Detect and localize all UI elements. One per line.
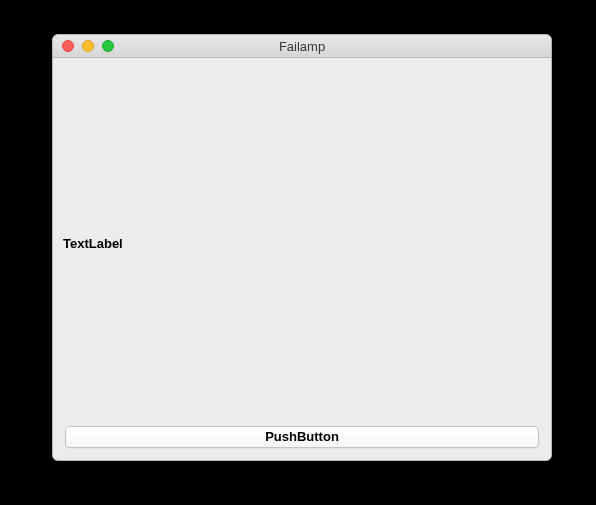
main-area: TextLabel (53, 58, 551, 418)
app-window: Failamp TextLabel PushButton (52, 34, 552, 461)
button-row: PushButton (53, 418, 551, 460)
text-label: TextLabel (63, 236, 123, 251)
push-button[interactable]: PushButton (65, 426, 539, 448)
zoom-icon[interactable] (102, 40, 114, 52)
minimize-icon[interactable] (82, 40, 94, 52)
traffic-lights (53, 40, 114, 52)
window-title: Failamp (53, 39, 551, 54)
close-icon[interactable] (62, 40, 74, 52)
content-area: TextLabel PushButton (53, 58, 551, 460)
titlebar[interactable]: Failamp (53, 35, 551, 58)
